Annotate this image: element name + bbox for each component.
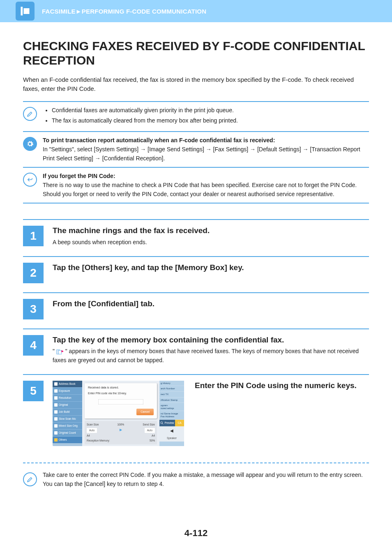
note-report: To print transaction report automaticall… (23, 131, 369, 167)
shot-job-build[interactable]: Job Build (53, 408, 82, 415)
slow-scan-icon (54, 417, 58, 421)
fax-section-icon (16, 2, 35, 21)
page-number: 4-112 (0, 528, 392, 539)
original-count-icon (54, 431, 58, 435)
resolution-icon (54, 396, 58, 400)
note-forget-pin-heading: If you forget the PIN Code: (43, 173, 115, 179)
notes-block: Confidential faxes are automatically giv… (23, 101, 369, 204)
reception-memory-value: 50% (150, 439, 155, 443)
job-build-icon (54, 410, 58, 414)
step-4-text-after: " appears in the keys of memory boxes th… (53, 348, 359, 363)
shot-resolution[interactable]: Resolution (53, 394, 82, 401)
step-number-2: 2 (23, 263, 44, 283)
step-number-4: 4 (23, 335, 44, 356)
breadcrumb: FACSIMILE►PERFORMING F-CODE COMMUNICATIO… (42, 8, 206, 15)
svg-line-3 (162, 423, 163, 424)
device-screenshot: Address Book Exposure Resolution Origina… (53, 381, 184, 446)
step-5-title: Enter the PIN Code using the numeric key… (195, 381, 369, 391)
pin-input-field[interactable] (98, 399, 143, 405)
step-2: 2 Tap the [Others] key, and tap the [Mem… (23, 256, 369, 292)
right-rect-tx[interactable]: rect TX (159, 392, 184, 398)
send-size-label: Send Size (143, 423, 155, 427)
received-fax-icon (56, 349, 64, 354)
page-title: CHECKING FAXES RECEIVED BY F-CODE CONFID… (23, 39, 369, 68)
note-forget-pin-text: There is no way to use the machine to ch… (43, 182, 357, 197)
note-report-heading: To print transaction report automaticall… (43, 137, 275, 143)
shot-others[interactable]: Others (53, 436, 82, 443)
step-3-title: From the [Confidential] tab. (53, 299, 369, 309)
speaker-button[interactable]: Speaker (159, 435, 184, 442)
scan-size-auto[interactable]: Auto (87, 428, 97, 433)
preview-button[interactable]: Preview (159, 420, 175, 426)
note-priority-body: Confidential faxes are automatically giv… (43, 106, 369, 127)
book-icon (54, 382, 58, 386)
tail-note: Take care to enter the correct PIN Code.… (23, 468, 369, 491)
step-1: 1 The machine rings and the fax is recei… (23, 219, 369, 256)
arrow-icon: ▶ (120, 428, 122, 432)
note-priority: Confidential faxes are automatically giv… (23, 101, 369, 131)
step-number-5: 5 (23, 381, 44, 401)
tail-note-text: Take care to enter the correct PIN Code.… (43, 471, 369, 488)
shot-right-panel: g History arch Number rect TX rification… (159, 381, 184, 446)
svg-rect-1 (58, 350, 62, 354)
step-4-text-before: " (53, 348, 56, 354)
note-forget-pin: If you forget the PIN Code: There is no … (23, 167, 369, 204)
step-3: 3 From the [Confidential] tab. (23, 292, 369, 328)
pencil-icon (23, 472, 37, 486)
scan-info-bar: Scan Size 100% Send Size Auto ▶ Auto (85, 421, 157, 444)
ca-button[interactable]: CA (175, 420, 184, 426)
note-bullet-cleared: The fax is automatically cleared from th… (52, 116, 369, 125)
step-1-title: The machine rings and the fax is receive… (53, 226, 369, 236)
step-number-3: 3 (23, 299, 44, 319)
shot-address-book[interactable]: Address Book (53, 381, 82, 387)
right-program[interactable]: ogram stored settings (159, 403, 184, 411)
right-search-number[interactable]: arch Number (159, 386, 184, 392)
step-4-title: Tap the key of the memory box containing… (53, 335, 369, 345)
dialog-msg-1: Received data is stored. (88, 386, 154, 390)
scan-size-label: Scan Size (87, 423, 99, 427)
step-2-title: Tap the [Others] key, and tap the [Memor… (53, 263, 369, 273)
step-4-text: " " appears in the keys of memory boxes … (53, 347, 369, 365)
shot-original-count[interactable]: Original Count (53, 429, 82, 436)
pin-dialog: Received data is stored. Enter PIN code … (85, 383, 157, 419)
back-icon (23, 173, 37, 187)
shot-left-panel: Address Book Exposure Resolution Origina… (53, 381, 82, 446)
right-verification-stamp[interactable]: rification Stamp (159, 398, 184, 403)
dashed-divider (23, 462, 369, 463)
note-bullet-priority: Confidential faxes are automatically giv… (52, 106, 369, 115)
star-icon (54, 438, 58, 442)
speaker-play-icon[interactable]: ◀ (159, 426, 184, 435)
exposure-icon (54, 389, 58, 393)
shot-mixed-size[interactable]: Mixed Size Orig (53, 422, 82, 429)
send-a4: A4 (152, 434, 155, 438)
note-report-text: In "Settings", select [System Settings] … (43, 146, 360, 162)
step-1-text: A beep sounds when reception ends. (53, 238, 369, 247)
steps-list: 1 The machine rings and the fax is recei… (23, 219, 369, 455)
right-history[interactable]: g History (159, 381, 184, 386)
ratio-label: 100% (118, 423, 125, 427)
step-4: 4 Tap the key of the memory box containi… (23, 328, 369, 374)
gear-icon (23, 137, 37, 151)
original-icon (54, 403, 58, 407)
shot-original[interactable]: Original (53, 401, 82, 408)
right-send-same-image[interactable]: nd Same Image Fax Address (159, 411, 184, 419)
intro-text: When an F-code confidential fax received… (23, 75, 369, 94)
magnifier-icon (160, 421, 164, 425)
note-forget-pin-body: If you forget the PIN Code: There is no … (43, 172, 369, 199)
shot-slow-scan[interactable]: Slow Scan Mo (53, 415, 82, 422)
dialog-msg-2: Enter PIN code via the 10-key. (88, 391, 154, 396)
shot-exposure[interactable]: Exposure (53, 387, 82, 394)
note-report-body: To print transaction report automaticall… (43, 136, 369, 163)
pencil-icon (23, 107, 37, 121)
cancel-button[interactable]: Cancel (136, 409, 154, 416)
send-size-auto[interactable]: Auto (145, 428, 155, 433)
step-5: 5 Address Book Exposure Resolution Origi… (23, 374, 369, 455)
mixed-size-icon (54, 424, 58, 428)
shot-center-panel: Received data is stored. Enter PIN code … (82, 381, 159, 446)
step-number-1: 1 (23, 226, 44, 246)
reception-memory-label: Reception Memory: (87, 439, 110, 443)
page-header: FACSIMILE►PERFORMING F-CODE COMMUNICATIO… (0, 0, 392, 22)
page-content: CHECKING FAXES RECEIVED BY F-CODE CONFID… (0, 22, 392, 491)
scan-a4: A4 (87, 434, 90, 438)
